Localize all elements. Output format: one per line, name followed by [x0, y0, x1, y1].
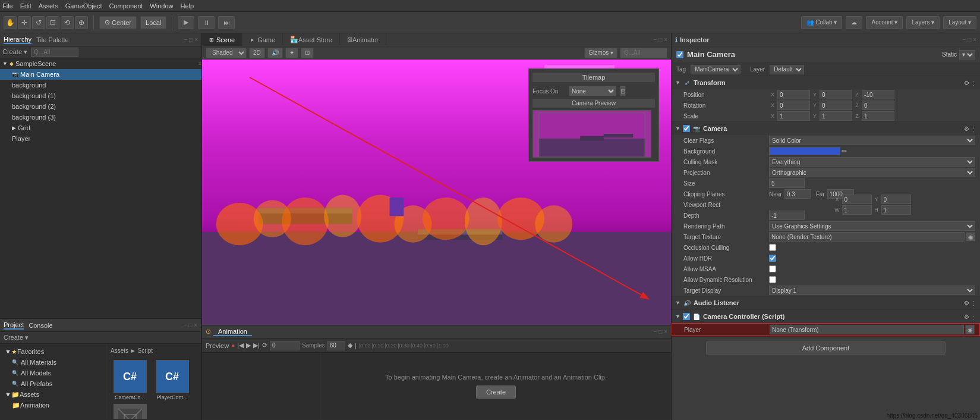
menu-file[interactable]: File — [2, 2, 13, 10]
gizmos-button[interactable]: Gizmos ▾ — [584, 48, 617, 58]
focus-select[interactable]: None — [569, 86, 616, 96]
hdr-checkbox[interactable] — [769, 255, 776, 262]
animator-tab[interactable]: ⊠ Animator — [340, 33, 386, 46]
ctrl-settings[interactable]: ⚙ — [964, 314, 969, 320]
audio-settings[interactable]: ⚙ — [964, 300, 969, 306]
hierarchy-item-bg3[interactable]: background (3) — [0, 112, 201, 123]
animation-folder[interactable]: 📁 Animation — [2, 400, 104, 410]
hierarchy-item-bg1[interactable]: background (1) — [0, 90, 201, 101]
center-button[interactable]: ⊙ Center — [99, 16, 137, 29]
camera-enabled[interactable] — [683, 125, 690, 132]
game-tab[interactable]: ► Game — [242, 33, 283, 46]
depth-input[interactable] — [769, 211, 805, 220]
proj-create-btn[interactable]: Create ▾ — [4, 334, 29, 341]
size-input[interactable] — [769, 178, 805, 188]
asset-store-tab[interactable]: 🏪 Asset Store — [283, 33, 340, 46]
target-display-select[interactable]: Display 1 — [769, 286, 975, 295]
rect-tool[interactable]: ⟲ — [61, 16, 74, 29]
camera-controller-header[interactable]: ▼ 📄 Camera Controller (Script) ⚙ ⋮ — [672, 310, 980, 323]
inspector-close[interactable]: − □ × — [963, 36, 976, 43]
layer-select[interactable]: Default — [770, 65, 804, 74]
hierarchy-item-grid[interactable]: ▶ Grid — [0, 123, 201, 133]
scene-panel-close[interactable]: − □ × — [654, 36, 671, 43]
fx-button[interactable]: ✦ — [285, 48, 298, 58]
culling-select[interactable]: Everything — [769, 157, 975, 167]
scene-view[interactable]: Tilemap Focus On None ⊡ Camera Preview — [202, 59, 671, 325]
scale-tool[interactable]: ⊡ — [46, 16, 59, 29]
scale-y[interactable] — [820, 111, 852, 121]
tag-select[interactable]: MainCamera — [691, 65, 740, 74]
cam-menu[interactable]: ⋮ — [970, 126, 976, 132]
create-animator-btn[interactable]: Create — [476, 385, 516, 399]
transform-header[interactable]: ▼ ⤢ Transform ⚙ ⋮ — [672, 76, 980, 89]
transform-tool[interactable]: ⊕ — [75, 16, 88, 29]
anim-next-frame[interactable]: ▶| — [253, 341, 260, 349]
hierarchy-item-bg2[interactable]: background (2) — [0, 101, 201, 112]
focus-btn[interactable]: ⊡ — [620, 86, 626, 96]
dynamic-checkbox[interactable] — [769, 276, 776, 283]
object-active-checkbox[interactable] — [676, 51, 683, 58]
cloud-button[interactable]: ☁ — [846, 16, 862, 29]
msaa-checkbox[interactable] — [769, 265, 776, 272]
color-picker-btn[interactable]: ✏ — [842, 148, 847, 155]
add-component-btn[interactable]: Add Component — [706, 341, 945, 355]
hierarchy-item-maincamera[interactable]: 📷 Main Camera — [0, 69, 201, 80]
anim-play[interactable]: ▶ — [246, 341, 251, 349]
rot-x[interactable] — [777, 101, 810, 110]
scene-search[interactable] — [620, 48, 667, 58]
project-tab[interactable]: Project — [4, 321, 24, 330]
layout-button[interactable]: Layout ▾ — [943, 16, 976, 29]
hand-tool[interactable]: ✋ — [4, 16, 17, 29]
scale-x[interactable] — [777, 111, 810, 121]
projection-select[interactable]: Orthographic — [769, 168, 975, 177]
scene-tab[interactable]: ⊞ Scene — [202, 33, 242, 46]
background-color[interactable] — [769, 147, 840, 155]
add-event[interactable]: | — [355, 342, 357, 349]
local-button[interactable]: Local — [140, 16, 166, 29]
anim-loop[interactable]: ⟳ — [262, 341, 267, 349]
scale-z[interactable] — [862, 111, 894, 121]
add-key[interactable]: ◆ — [348, 341, 352, 349]
anim-prev-frame[interactable]: |◀ — [237, 341, 244, 349]
animation-tab[interactable]: Animation — [213, 328, 252, 336]
rot-y[interactable] — [820, 101, 852, 110]
transform-settings[interactable]: ⚙ — [964, 80, 969, 86]
create-button[interactable]: Create ▾ — [2, 48, 27, 56]
menu-help[interactable]: Help — [180, 2, 194, 10]
target-texture-btn[interactable]: ◉ — [966, 232, 975, 242]
menu-component[interactable]: Component — [109, 2, 143, 10]
panel-close-proj[interactable]: − □ × — [184, 322, 197, 328]
collab-button[interactable]: 👥 Collab ▾ — [801, 16, 842, 29]
audio-menu[interactable]: ⋮ — [970, 300, 976, 306]
pause-button[interactable]: ⏸ — [198, 16, 215, 29]
hierarchy-item-background[interactable]: background — [0, 80, 201, 90]
account-button[interactable]: Account ▾ — [866, 16, 903, 29]
all-prefabs-item[interactable]: 🔍 All Prefabs — [2, 378, 104, 389]
asset-image[interactable]: 123 — [111, 404, 149, 419]
camera-header[interactable]: ▼ 📷 Camera ⚙ ⋮ — [672, 122, 980, 135]
hierarchy-item-player[interactable]: Player — [0, 133, 201, 144]
asset-playercont[interactable]: C# PlayerCont... — [153, 360, 191, 400]
ctrl-menu[interactable]: ⋮ — [970, 314, 976, 320]
pos-z[interactable] — [862, 90, 894, 99]
asset-cameraco[interactable]: C# CameraCo... — [111, 360, 149, 400]
audio-listener-header[interactable]: ▼ 🔊 Audio Listener ⚙ ⋮ — [672, 296, 980, 309]
all-materials-item[interactable]: 🔍 All Materials — [2, 357, 104, 368]
shaded-select[interactable]: Shaded — [206, 48, 247, 58]
2d-button[interactable]: 2D — [249, 48, 265, 58]
frame-input[interactable] — [270, 341, 300, 350]
samples-input[interactable] — [327, 341, 345, 350]
rot-z[interactable] — [862, 101, 894, 110]
menu-assets[interactable]: Assets — [39, 2, 58, 10]
clear-flags-select[interactable]: Solid Color — [769, 136, 975, 145]
cam-settings[interactable]: ⚙ — [964, 126, 969, 132]
rotate-tool[interactable]: ↺ — [32, 16, 45, 29]
hierarchy-search[interactable] — [31, 48, 78, 57]
viewport-button[interactable]: ⊡ — [301, 48, 314, 58]
preview-btn[interactable]: Preview — [206, 342, 229, 349]
vx-input[interactable] — [842, 195, 872, 204]
vy-input[interactable] — [881, 195, 911, 204]
menu-window[interactable]: Window — [150, 2, 173, 10]
assets-folder[interactable]: ▼ 📁 Assets — [2, 389, 104, 400]
layers-button[interactable]: Layers ▾ — [906, 16, 940, 29]
